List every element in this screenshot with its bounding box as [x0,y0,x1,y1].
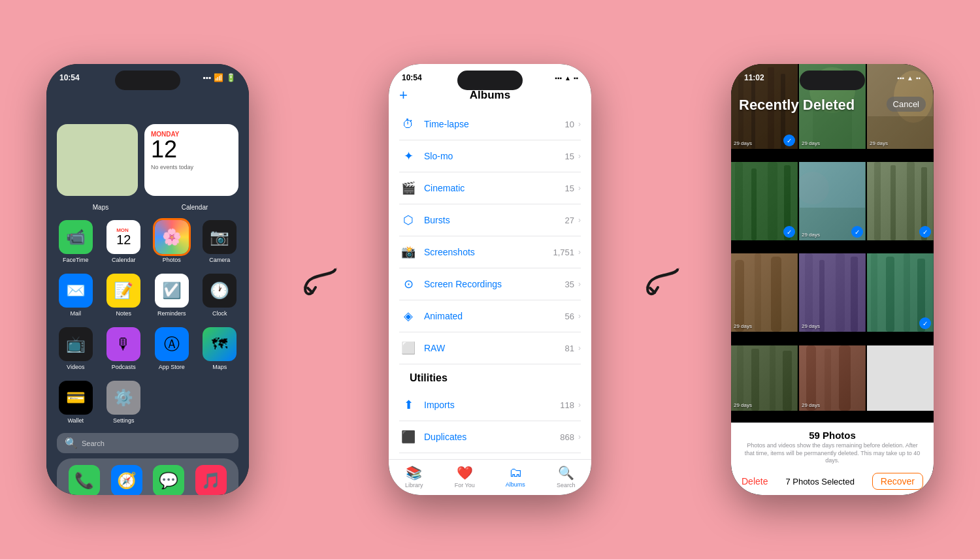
svg-rect-12 [735,162,743,240]
photo-grid-container: Recently Deleted Cancel [731,64,934,423]
podcasts-app[interactable]: 🎙 Podcasts [105,327,143,370]
animated-album[interactable]: ◈ Animated 56 › [399,300,581,332]
photo-cell-6[interactable]: ✓ [867,162,934,240]
svg-rect-20 [874,162,881,240]
animated-icon: ◈ [399,307,417,325]
wallet-icon: 💳 [59,381,93,415]
camera-app[interactable]: 📷 Camera [201,220,239,263]
bursts-album[interactable]: ⬡ Bursts 27 › [399,204,581,236]
phone-1: 10:54 ▪▪▪ 📶 🔋 MONDAY 12 No events today [46,64,249,495]
search-tab-icon: 🔍 [558,465,574,481]
screen-recordings-icon: ⊙ [399,275,417,293]
animated-name: Animated [424,311,565,321]
maps-app[interactable]: 🗺 Maps [201,327,239,370]
status-icons-2: ▪▪▪ ▲ ▪▪ [555,74,578,82]
deleted-count: 59 Photos [742,430,923,441]
music-dock-icon[interactable]: 🎵 [195,465,227,495]
tab-albums[interactable]: 🗂 Albums [490,465,541,488]
phone-2: 10:54 ▪▪▪ ▲ ▪▪ + Albums ⏱ Time-lapse 10 [389,64,591,495]
settings-app[interactable]: ⚙️ Settings [105,381,143,424]
photo-cell-12[interactable] [867,345,934,411]
svg-rect-26 [755,253,761,332]
svg-rect-36 [904,253,910,332]
notes-icon: 📝 [106,274,140,308]
calendar-app[interactable]: MON12 Calendar [105,220,143,263]
appstore-label: App Store [159,364,185,370]
svg-rect-35 [886,257,894,332]
tab-bar: 📚 Library ❤️ For You 🗂 Albums 🔍 Search [389,459,591,495]
svg-rect-13 [751,168,757,240]
videos-app[interactable]: 📺 Videos [57,327,95,370]
messages-dock-icon[interactable]: 💬 [153,465,184,495]
hidden-album[interactable]: 👁 Hidden 🔒 › [399,453,581,459]
settings-icon: ⚙️ [106,381,140,415]
photo-bg-7 [731,253,798,332]
photo-cell-5[interactable]: 29 days ✓ [799,162,866,240]
home-screen: 10:54 ▪▪▪ 📶 🔋 MONDAY 12 No events today [46,64,249,495]
phone-2-screen: 10:54 ▪▪▪ ▲ ▪▪ + Albums ⏱ Time-lapse 10 [389,64,591,495]
svg-rect-46 [839,345,851,411]
search-bar[interactable]: 🔍 Search [57,433,238,453]
slomo-album[interactable]: ✦ Slo-mo 15 › [399,140,581,172]
phone-3-screen: 11:02 ▪▪▪ ▲ ▪▪ Recently Deleted Cancel [731,64,934,495]
tab-library[interactable]: 📚 Library [389,465,440,488]
svg-rect-30 [819,260,825,332]
photos-app[interactable]: 🌸 Photos [153,220,191,263]
time-1: 10:54 [59,73,80,82]
safari-dock-icon[interactable]: 🧭 [111,465,142,495]
photo-cell-7[interactable]: 29 days [731,253,798,332]
bursts-icon: ⬡ [399,211,417,229]
reminders-app[interactable]: ☑️ Reminders [153,274,191,317]
camera-icon: 📷 [203,220,237,254]
phone-dock-icon[interactable]: 📞 [69,465,100,495]
svg-rect-14 [768,162,777,240]
calendar-widget[interactable]: MONDAY 12 No events today [144,124,238,196]
raw-album[interactable]: ⬜ RAW 81 › [399,332,581,364]
timelapse-icon: ⏱ [399,115,417,133]
imports-count: 118 [560,400,574,410]
raw-count: 81 [565,343,574,353]
screenshots-album[interactable]: 📸 Screenshots 1,751 › [399,236,581,268]
tab-search[interactable]: 🔍 Search [541,465,592,488]
screen-recordings-album[interactable]: ⊙ Screen Recordings 35 › [399,268,581,300]
timelapse-album[interactable]: ⏱ Time-lapse 10 › [399,108,581,140]
photo-cell-11[interactable]: 29 days [799,345,866,411]
delete-button[interactable]: Delete [742,476,768,487]
photo-cell-9[interactable]: ✓ [867,253,934,332]
imports-chevron: › [578,400,581,409]
photo-cell-4[interactable]: ✓ [731,162,798,240]
cinematic-album[interactable]: 🎬 Cinematic 15 › [399,172,581,204]
photo-cell-8[interactable]: 29 days [799,253,866,332]
battery-icon-2: ▪▪ [574,74,578,82]
bursts-name: Bursts [424,215,565,225]
podcasts-label: Podcasts [112,364,136,370]
add-album-button[interactable]: + [399,87,408,104]
svg-rect-29 [805,253,813,332]
cinematic-icon: 🎬 [399,179,417,197]
dynamic-island-1 [115,71,180,90]
photo-bg-8 [799,253,866,332]
tab-foryou[interactable]: ❤️ For You [440,465,491,488]
photo-bg-11 [799,345,866,411]
battery-icon: 🔋 [226,73,236,82]
facetime-label: FaceTime [63,257,89,263]
svg-rect-39 [737,345,743,411]
album-list: ⏱ Time-lapse 10 › ✦ Slo-mo 15 › 🎬 Cinema… [389,108,591,459]
wallet-app[interactable]: 💳 Wallet [57,381,95,424]
maps-widget[interactable] [57,124,138,196]
clock-app[interactable]: 🕐 Clock [201,274,239,317]
duplicates-album[interactable]: ⬛ Duplicates 868 › [399,421,581,453]
status-icons-1: ▪▪▪ 📶 🔋 [203,73,236,82]
photo-cell-10[interactable]: 29 days [731,345,798,411]
mail-app[interactable]: ✉️ Mail [57,274,95,317]
cal-day: 12 [151,138,232,161]
appstore-icon: Ⓐ [155,327,189,361]
screen-recordings-chevron: › [578,280,581,289]
imports-album[interactable]: ⬆ Imports 118 › [399,389,581,421]
appstore-app[interactable]: Ⓐ App Store [153,327,191,370]
facetime-app[interactable]: 📹 FaceTime [57,220,95,263]
recover-button[interactable]: Recover [872,473,923,490]
notes-app[interactable]: 📝 Notes [105,274,143,317]
albums-screen: 10:54 ▪▪▪ ▲ ▪▪ + Albums ⏱ Time-lapse 10 [389,64,591,495]
cancel-button[interactable]: Cancel [887,97,926,112]
